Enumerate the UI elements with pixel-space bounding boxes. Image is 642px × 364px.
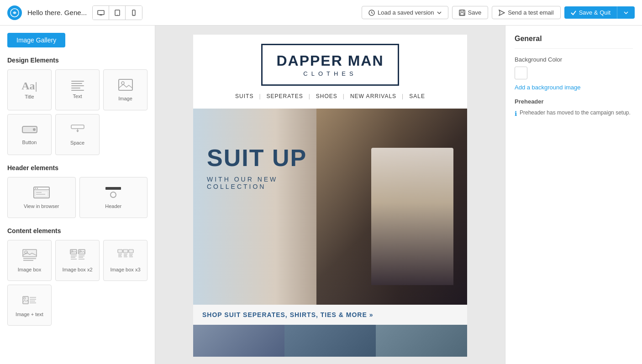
test-email-btn[interactable]: Send a test email: [492, 6, 560, 19]
check-icon: [571, 10, 576, 16]
svg-marker-19: [76, 130, 79, 132]
title-icon: Aa|: [21, 80, 37, 91]
text-element-card[interactable]: Text: [55, 69, 100, 110]
image-box-2x-card[interactable]: Image box x2: [55, 240, 100, 281]
panel-title: General: [515, 35, 633, 49]
svg-rect-44: [123, 250, 128, 253]
preheader-info-text: Preheader has moved to the campaign setu…: [520, 109, 631, 117]
svg-rect-11: [460, 13, 464, 15]
image-text-label: Image + text: [16, 312, 43, 317]
thumb-3: [376, 325, 467, 357]
svg-point-28: [111, 192, 116, 198]
image-text-card[interactable]: Image + text: [7, 285, 52, 326]
svg-rect-17: [71, 125, 84, 129]
button-label: Button: [22, 140, 37, 145]
svg-marker-12: [499, 10, 505, 16]
desktop-view-btn[interactable]: [93, 6, 109, 20]
space-icon: [70, 124, 85, 137]
svg-rect-1: [98, 10, 104, 15]
image-box-3x-label: Image box x3: [110, 267, 140, 272]
title-element-card[interactable]: Aa| Title: [7, 69, 52, 110]
svg-rect-43: [118, 250, 122, 253]
svg-point-23: [37, 187, 38, 188]
image-box-icon: [22, 249, 37, 264]
svg-point-22: [35, 187, 36, 188]
right-panel: General Background Color Add a backgroun…: [505, 26, 642, 364]
design-elements-grid: Aa| Title Text: [7, 69, 147, 155]
thumb-1: [193, 325, 284, 357]
preheader-title: Preheader: [515, 98, 633, 105]
content-elements-title: Content elements: [7, 227, 147, 234]
nav-seperates: SEPERATES: [261, 93, 309, 99]
email-canvas: DAPPER MAN CLOTHES SUITS | SEPERATES | S…: [155, 26, 505, 364]
bg-color-swatch[interactable]: [515, 67, 527, 79]
history-icon: [368, 10, 375, 16]
image-box-card[interactable]: Image box: [7, 240, 52, 281]
design-elements-title: Design Elements: [7, 57, 147, 64]
save-btn[interactable]: Save: [452, 6, 489, 19]
svg-point-14: [121, 82, 124, 84]
header-elements-grid: View in browser Header: [7, 177, 147, 218]
hero-title: SUIT UP: [207, 145, 307, 171]
header-label: Header: [105, 203, 121, 209]
email-preview: DAPPER MAN CLOTHES SUITS | SEPERATES | S…: [193, 35, 467, 355]
browser-icon: [33, 187, 50, 201]
save-quit-dropdown-btn[interactable]: [617, 6, 635, 19]
image-label: Image: [118, 96, 132, 101]
content-elements-grid: Image box: [7, 240, 147, 326]
chevron-down-icon: [437, 11, 442, 14]
email-thumbnails: [193, 325, 467, 357]
image-box-3x-icon: [117, 249, 134, 264]
email-nav: SUITS | SEPERATES | SHOES | NEW ARRIVALS…: [230, 93, 431, 99]
nav-new-arrivals: NEW ARRIVALS: [345, 93, 402, 99]
app-logo: [7, 5, 22, 20]
mobile-view-btn[interactable]: [126, 6, 142, 20]
svg-point-7: [133, 15, 134, 16]
save-quit-split-btn: Save & Quit: [564, 6, 635, 19]
nav-shoes: SHOES: [310, 93, 343, 99]
hero-shirt: [371, 148, 453, 285]
save-icon: [459, 10, 465, 16]
svg-rect-13: [119, 79, 132, 90]
button-element-card[interactable]: Button: [7, 114, 52, 155]
add-bg-image-link[interactable]: Add a background image: [515, 84, 633, 91]
image-gallery-btn[interactable]: Image Gallery: [7, 33, 65, 47]
email-header: DAPPER MAN CLOTHES SUITS | SEPERATES | S…: [193, 35, 467, 109]
image-element-card[interactable]: Image: [103, 69, 147, 110]
svg-rect-25: [36, 192, 42, 193]
load-saved-btn[interactable]: Load a saved version: [362, 6, 448, 19]
svg-rect-45: [129, 250, 133, 253]
save-quit-label: Save & Quit: [579, 9, 610, 16]
svg-rect-27: [105, 187, 121, 190]
image-box-3x-card[interactable]: Image box x3: [103, 240, 147, 281]
button-icon: [21, 124, 38, 137]
cta-text: SHOP SUIT SEPERATES, SHIRTS, TIES & MORE…: [202, 311, 458, 318]
topbar-left: Hello there. Gene...: [7, 5, 142, 20]
brand-logo-box: DAPPER MAN CLOTHES: [261, 44, 399, 86]
text-label: Text: [73, 94, 82, 99]
nav-suits: SUITS: [230, 93, 259, 99]
topbar-right: Load a saved version Save Send a test em…: [362, 6, 635, 19]
image-text-icon: [22, 294, 37, 309]
title-label: Title: [25, 94, 34, 99]
image-icon: [118, 79, 133, 93]
info-icon: ℹ: [515, 109, 517, 119]
load-saved-label: Load a saved version: [378, 9, 434, 16]
space-element-card[interactable]: Space: [55, 114, 100, 155]
header-card[interactable]: Header: [79, 177, 148, 218]
view-toggle-group: [92, 5, 142, 20]
header-elements-title: Header elements: [7, 164, 147, 172]
send-icon: [499, 10, 505, 16]
view-in-browser-label: View in browser: [24, 203, 59, 209]
save-label: Save: [468, 9, 482, 16]
left-sidebar: Image Gallery Design Elements Aa| Title: [0, 26, 155, 364]
text-icon: [71, 81, 84, 91]
tablet-view-btn[interactable]: [109, 6, 126, 20]
brand-name: DAPPER MAN: [276, 52, 384, 69]
image-box-2x-label: Image box x2: [62, 267, 92, 272]
view-in-browser-card[interactable]: View in browser: [7, 177, 76, 218]
preheader-info: ℹ Preheader has moved to the campaign se…: [515, 109, 633, 119]
main-layout: Image Gallery Design Elements Aa| Title: [0, 26, 642, 364]
save-quit-btn[interactable]: Save & Quit: [564, 6, 617, 19]
brand-sub: CLOTHES: [276, 70, 384, 77]
